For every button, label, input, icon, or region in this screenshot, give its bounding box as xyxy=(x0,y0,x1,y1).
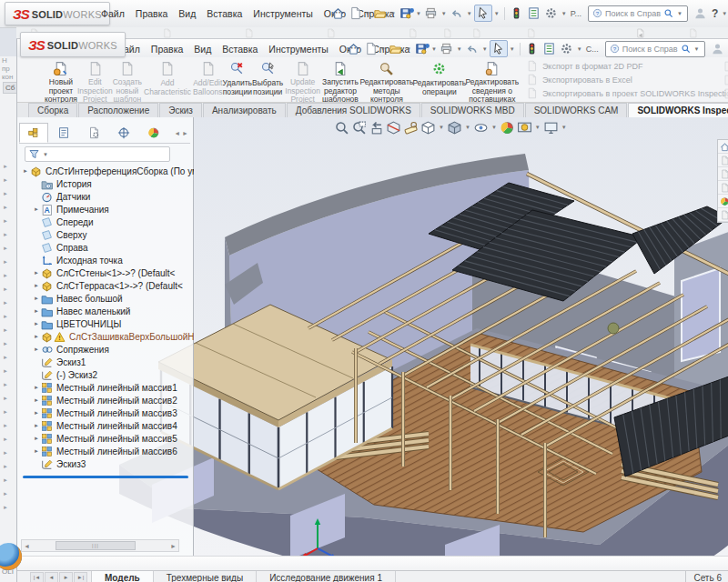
tree-item-(-) Эскиз2[interactable]: (-) Эскиз2 xyxy=(17,368,194,381)
print-icon[interactable] xyxy=(439,41,455,56)
tree-expander-icon[interactable]: ► xyxy=(3,177,8,183)
tree-item-Примечания[interactable]: ►AПримечания xyxy=(17,203,194,216)
magnifier-icon[interactable] xyxy=(663,8,673,18)
taskpane-tab-design-library-icon[interactable] xyxy=(718,154,728,167)
rollback-bar[interactable] xyxy=(23,476,188,478)
back-menu-Правка[interactable]: Правка xyxy=(131,6,172,21)
back-menu-Вставка[interactable]: Вставка xyxy=(202,6,247,21)
chevron-down-icon[interactable]: ▼ xyxy=(694,46,700,52)
tree-expander-icon[interactable]: ► xyxy=(3,450,8,456)
tree-item-История[interactable]: История xyxy=(17,177,194,190)
flyout-caret-icon[interactable]: ▼ xyxy=(510,46,515,52)
doc-tab-nav-button[interactable]: ► xyxy=(59,572,73,582)
tree-item-Справа[interactable]: Справа xyxy=(17,241,194,254)
section-view-icon[interactable] xyxy=(386,120,401,135)
panel-tab-assembly-tree[interactable] xyxy=(19,123,48,143)
tree-expander-icon[interactable]: ► xyxy=(3,477,8,483)
tree-item-Местный линейный массив1[interactable]: ►Местный линейный массив1 xyxy=(17,381,194,394)
flyout-caret-icon[interactable]: ▼ xyxy=(577,46,582,52)
tab-Эскиз[interactable]: Эскиз xyxy=(159,103,202,117)
options-gear-icon[interactable] xyxy=(559,41,575,56)
tree-expander-icon[interactable]: ► xyxy=(3,368,8,374)
print-icon[interactable] xyxy=(423,5,440,21)
tree-expander-icon[interactable]: ► xyxy=(3,232,8,237)
tree-expander-icon[interactable]: ► xyxy=(3,191,8,196)
tree-expander-icon[interactable]: ► xyxy=(3,355,8,360)
flyout-caret-icon[interactable]: ▼ xyxy=(416,11,421,16)
tree-item-Эскиз3[interactable]: Эскиз3 xyxy=(17,457,194,470)
edit-appearance-icon[interactable] xyxy=(500,120,515,135)
expander-icon[interactable]: ► xyxy=(32,334,41,339)
doc-tab-Трехмерные виды[interactable]: Трехмерные виды xyxy=(154,571,257,582)
tree-expander-icon[interactable]: ► xyxy=(3,436,8,442)
tree-item-ЦВЕТОЧНИЦЫ[interactable]: ►ЦВЕТОЧНИЦЫ xyxy=(17,317,194,330)
tree-expander-icon[interactable]: ► xyxy=(3,327,8,333)
doc-tab-Модель[interactable]: Модель xyxy=(91,571,154,582)
new-document-icon[interactable] xyxy=(347,5,363,21)
help-menu[interactable]: ? xyxy=(712,7,718,20)
expander-icon[interactable]: ► xyxy=(32,206,41,212)
panel-tab-property-manager[interactable] xyxy=(49,123,78,143)
save-icon[interactable] xyxy=(413,41,430,56)
select-cursor-icon[interactable] xyxy=(474,5,492,22)
expander-icon[interactable]: ► xyxy=(32,448,41,454)
tree-item-СлСтТерраса<1>->? (Default<<Def[interactable]: ►СлСтТерраса<1>->? (Default< xyxy=(17,279,194,292)
flyout-caret-icon[interactable]: ▼ xyxy=(365,11,370,16)
tree-expander-icon[interactable]: ► xyxy=(3,300,8,306)
tree-item-Эскиз1[interactable]: Эскиз1 xyxy=(17,356,194,368)
expander-icon[interactable]: ► xyxy=(32,346,41,352)
zoom-fit-icon[interactable] xyxy=(334,120,349,135)
taskpane-tab-file-explorer-icon[interactable] xyxy=(718,167,728,181)
chevron-down-icon[interactable]: ▼ xyxy=(677,11,682,16)
front-menu-Инструменты[interactable]: Инструменты xyxy=(264,42,332,56)
doc-tab-nav-button[interactable]: ◄ xyxy=(45,572,58,582)
evaluate-icon[interactable] xyxy=(541,41,558,56)
tree-item-СлСтСтены<1>->? (Default<<Defa[interactable]: ►СлСтСтены<1>->? (Default< xyxy=(17,266,194,279)
hide-show-items-icon[interactable] xyxy=(473,120,489,135)
expander-icon[interactable]: ► xyxy=(32,410,41,416)
flyout-caret-icon[interactable]: ▼ xyxy=(465,125,470,130)
zoom-area-icon[interactable] xyxy=(351,120,367,135)
flyout-caret-icon[interactable]: ▼ xyxy=(467,11,472,16)
expander-icon[interactable]: ► xyxy=(21,168,30,174)
rebuild-traffic-light-icon[interactable] xyxy=(509,5,525,21)
tree-expander-icon[interactable]: ► xyxy=(3,259,8,265)
flyout-caret-icon[interactable]: ▼ xyxy=(406,46,411,52)
ribbon-button-select-balloons[interactable]: Выбрать позиции xyxy=(252,57,283,102)
flyout-caret-icon[interactable]: ▼ xyxy=(482,46,488,52)
back-menu-Файл[interactable]: Файл xyxy=(96,6,129,21)
options-gear-icon[interactable] xyxy=(543,5,560,21)
tree-item-Местный линейный массив3[interactable]: ►Местный линейный массив3 xyxy=(17,406,194,419)
front-menu-Правка[interactable]: Правка xyxy=(147,42,187,56)
ribbon-button-delete-balloons[interactable]: Удалить позиции xyxy=(223,57,252,102)
tab-Сборка[interactable]: Сборка xyxy=(28,103,77,117)
front-menu-Вставка[interactable]: Вставка xyxy=(217,42,262,56)
tree-expander-icon[interactable]: ► xyxy=(3,273,8,278)
flyout-caret-icon[interactable]: ▼ xyxy=(561,125,567,130)
taskpane-tab-appearances-icon[interactable] xyxy=(718,195,728,208)
expander-icon[interactable]: ► xyxy=(32,283,41,288)
taskpane-tab-resources-icon[interactable] xyxy=(718,140,728,154)
open-icon[interactable] xyxy=(372,5,389,21)
view-orientation-icon[interactable] xyxy=(420,120,436,135)
tree-expander-icon[interactable]: ► xyxy=(3,246,8,251)
back-menu-Вид[interactable]: Вид xyxy=(174,6,200,21)
tree-filter-box[interactable]: ▼ xyxy=(25,146,170,162)
evaluate-icon[interactable] xyxy=(526,5,542,21)
expander-icon[interactable]: ► xyxy=(32,385,41,390)
tree-item-Исходная точка[interactable]: Исходная точка xyxy=(17,254,194,266)
user-account-icon[interactable] xyxy=(693,5,709,21)
tree-expander-icon[interactable]: ► xyxy=(3,164,8,169)
magnifier-icon[interactable] xyxy=(681,44,691,54)
panel-tab-configuration-manager[interactable] xyxy=(79,123,108,143)
select-cursor-icon[interactable] xyxy=(490,40,508,57)
tree-expander-icon[interactable]: ► xyxy=(3,382,8,387)
ribbon-button-edit-methods[interactable]: Редактировать методы контроля xyxy=(360,57,413,102)
flyout-caret-icon[interactable]: ▼ xyxy=(380,46,386,52)
measure-icon[interactable] xyxy=(403,120,419,135)
tree-item-Спереди[interactable]: Спереди xyxy=(17,216,194,228)
flyout-caret-icon[interactable]: ▼ xyxy=(561,11,567,16)
tree-item-Датчики[interactable]: Датчики xyxy=(17,190,194,203)
undo-icon[interactable] xyxy=(449,5,465,21)
flyout-caret-icon[interactable]: ▼ xyxy=(491,125,497,130)
